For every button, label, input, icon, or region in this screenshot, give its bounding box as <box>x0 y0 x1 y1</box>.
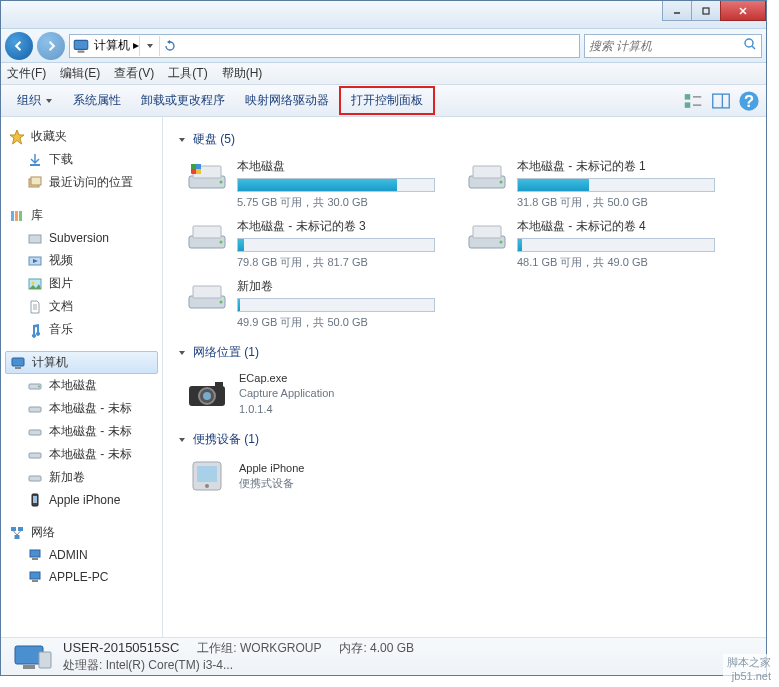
sidebar-local-disk-1[interactable]: 本地磁盘 - 未标 <box>1 397 162 420</box>
svg-line-43 <box>17 531 21 535</box>
svg-rect-41 <box>15 535 20 539</box>
drive-icon <box>465 218 509 254</box>
minimize-button[interactable] <box>662 1 692 21</box>
sidebar-apple-pc[interactable]: APPLE-PC <box>1 566 162 588</box>
drive-item[interactable]: 本地磁盘 - 未标记的卷 131.8 GB 可用，共 50.0 GB <box>465 158 715 210</box>
category-netloc[interactable]: 网络位置 (1) <box>177 344 752 361</box>
map-network-drive[interactable]: 映射网络驱动器 <box>235 88 339 113</box>
pc-icon <box>27 547 43 563</box>
drive-item[interactable]: 本地磁盘 - 未标记的卷 379.8 GB 可用，共 81.7 GB <box>185 218 435 270</box>
svg-rect-70 <box>215 382 223 387</box>
svg-point-73 <box>205 484 209 488</box>
drive-stats: 5.75 GB 可用，共 30.0 GB <box>237 195 435 210</box>
uninstall-programs[interactable]: 卸载或更改程序 <box>131 88 235 113</box>
svg-point-6 <box>745 39 753 47</box>
sidebar-admin[interactable]: ADMIN <box>1 544 162 566</box>
svg-rect-40 <box>18 527 23 531</box>
main-panel: 硬盘 (5) 本地磁盘5.75 GB 可用，共 30.0 GB 本地磁盘 - 未… <box>163 117 766 637</box>
sidebar-local-disk-0[interactable]: 本地磁盘 <box>1 374 162 397</box>
forward-button[interactable] <box>37 32 65 60</box>
menu-view[interactable]: 查看(V) <box>114 65 154 82</box>
search-input[interactable] <box>589 39 743 53</box>
menu-help[interactable]: 帮助(H) <box>222 65 263 82</box>
svg-rect-4 <box>74 40 88 49</box>
svg-rect-29 <box>12 358 24 366</box>
refresh-button[interactable] <box>159 36 179 56</box>
sidebar-downloads[interactable]: 下载 <box>1 148 162 171</box>
svg-point-56 <box>500 181 503 184</box>
device-icon <box>185 458 229 494</box>
organize-button[interactable]: 组织 <box>7 88 63 113</box>
collapse-icon <box>177 435 187 445</box>
sidebar-local-disk-3[interactable]: 本地磁盘 - 未标 <box>1 443 162 466</box>
sidebar-new-volume[interactable]: 新加卷 <box>1 466 162 489</box>
explorer-window: 计算机 ▸ 文件(F) 编辑(E) 查看(V) 工具(T) 帮助(H) 组织 系… <box>0 0 767 676</box>
svg-rect-16 <box>30 164 40 166</box>
menu-file[interactable]: 文件(F) <box>7 65 46 82</box>
download-icon <box>27 152 43 168</box>
menu-tools[interactable]: 工具(T) <box>168 65 207 82</box>
libraries-header[interactable]: 库 <box>1 204 162 227</box>
portable-item[interactable]: Apple iPhone 便携式设备 <box>185 458 752 494</box>
drive-name: 本地磁盘 - 未标记的卷 1 <box>517 158 715 175</box>
svg-line-42 <box>14 531 18 535</box>
svg-rect-76 <box>39 652 51 668</box>
drive-item[interactable]: 本地磁盘 - 未标记的卷 448.1 GB 可用，共 49.0 GB <box>465 218 715 270</box>
drive-icon <box>27 424 43 440</box>
drive-icon <box>185 278 229 314</box>
svg-rect-9 <box>685 102 691 108</box>
close-button[interactable] <box>720 1 766 21</box>
network-header[interactable]: 网络 <box>1 521 162 544</box>
recent-icon <box>27 175 43 191</box>
sidebar-documents[interactable]: 文档 <box>1 295 162 318</box>
address-bar[interactable]: 计算机 ▸ <box>69 34 580 58</box>
drive-item[interactable]: 本地磁盘5.75 GB 可用，共 30.0 GB <box>185 158 435 210</box>
system-properties[interactable]: 系统属性 <box>63 88 131 113</box>
drive-stats: 79.8 GB 可用，共 81.7 GB <box>237 255 435 270</box>
netloc-name: ECap.exe <box>239 371 334 386</box>
music-icon <box>27 322 43 338</box>
menu-edit[interactable]: 编辑(E) <box>60 65 100 82</box>
svg-rect-22 <box>29 235 41 243</box>
sidebar-local-disk-2[interactable]: 本地磁盘 - 未标 <box>1 420 162 443</box>
svg-rect-38 <box>33 496 37 503</box>
drive-icon <box>27 447 43 463</box>
sidebar-subversion[interactable]: Subversion <box>1 227 162 249</box>
favorites-header[interactable]: 收藏夹 <box>1 125 162 148</box>
back-button[interactable] <box>5 32 33 60</box>
portable-desc: 便携式设备 <box>239 476 304 491</box>
folder-icon <box>27 230 43 246</box>
maximize-button[interactable] <box>691 1 721 21</box>
help-button[interactable]: ? <box>738 90 760 112</box>
svg-point-32 <box>38 385 40 387</box>
drive-item[interactable]: 新加卷49.9 GB 可用，共 50.0 GB <box>185 278 435 330</box>
video-icon <box>27 253 43 269</box>
svg-rect-1 <box>703 8 709 14</box>
svg-rect-44 <box>30 550 40 557</box>
document-icon <box>27 299 43 315</box>
svg-rect-52 <box>191 164 196 169</box>
sidebar-recent[interactable]: 最近访问的位置 <box>1 171 162 194</box>
toolbar: 组织 系统属性 卸载或更改程序 映射网络驱动器 打开控制面板 ? <box>1 85 766 117</box>
phone-icon <box>27 492 43 508</box>
pc-icon <box>27 569 43 585</box>
view-mode-button[interactable] <box>682 90 704 112</box>
category-portable[interactable]: 便携设备 (1) <box>177 431 752 448</box>
category-hdds[interactable]: 硬盘 (5) <box>177 131 752 148</box>
svg-rect-33 <box>29 407 41 412</box>
sidebar-iphone[interactable]: Apple iPhone <box>1 489 162 511</box>
search-box[interactable] <box>584 34 762 58</box>
svg-rect-75 <box>23 665 35 669</box>
sidebar-music[interactable]: 音乐 <box>1 318 162 341</box>
svg-rect-18 <box>31 177 41 185</box>
open-control-panel[interactable]: 打开控制面板 <box>339 86 435 115</box>
sidebar-pictures[interactable]: 图片 <box>1 272 162 295</box>
svg-rect-36 <box>29 476 41 481</box>
preview-pane-button[interactable] <box>710 90 732 112</box>
svg-rect-47 <box>32 580 38 582</box>
computer-header[interactable]: 计算机 <box>5 351 158 374</box>
address-dropdown[interactable] <box>139 36 159 56</box>
netloc-item[interactable]: ECap.exe Capture Application 1.0.1.4 <box>185 371 752 417</box>
svg-rect-54 <box>196 164 201 169</box>
sidebar-videos[interactable]: 视频 <box>1 249 162 272</box>
